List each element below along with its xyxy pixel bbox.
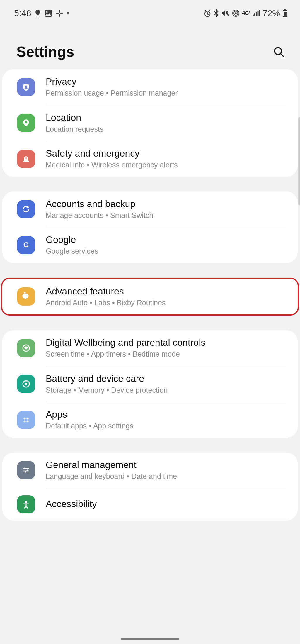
item-title: General management (46, 460, 288, 470)
item-texts: Battery and device careStorage • Memory … (46, 373, 288, 395)
google-icon (17, 236, 35, 254)
person-icon (17, 495, 35, 513)
item-subtitle: Location requests (46, 124, 288, 134)
settings-group: PrivacyPermission usage • Permission man… (2, 69, 298, 177)
item-subtitle: Google services (46, 246, 288, 256)
heart-ring-icon (17, 339, 35, 357)
status-left: 5:48 (14, 8, 69, 18)
page-title: Settings (16, 43, 74, 60)
settings-item-google[interactable]: GoogleGoogle services (2, 227, 298, 263)
settings-item-battery[interactable]: Battery and device careStorage • Memory … (2, 366, 298, 402)
item-texts: LocationLocation requests (46, 112, 288, 134)
item-texts: PrivacyPermission usage • Permission man… (46, 76, 288, 98)
item-texts: Digital Wellbeing and parental controlsS… (46, 337, 288, 359)
gallery-icon (45, 9, 52, 17)
svg-rect-12 (256, 12, 257, 16)
item-title: Google (46, 234, 288, 245)
network-type-icon: 4G+ (242, 10, 250, 16)
svg-rect-14 (259, 10, 260, 16)
hotspot-icon (232, 9, 240, 17)
item-subtitle: Language and keyboard • Date and time (46, 472, 288, 481)
svg-rect-5 (60, 13, 63, 14)
item-texts: GoogleGoogle services (46, 234, 288, 256)
scrollbar-thumb[interactable] (298, 117, 300, 205)
dots4-icon (17, 411, 35, 429)
item-subtitle: Manage accounts • Smart Switch (46, 211, 288, 220)
settings-group: Accounts and backupManage accounts • Sma… (2, 191, 298, 263)
item-subtitle: Screen time • App timers • Bedtime mode (46, 349, 288, 359)
item-subtitle: Default apps • App settings (46, 421, 288, 431)
item-texts: AppsDefault apps • App settings (46, 409, 288, 431)
pin-icon (17, 114, 35, 132)
puzzle-icon (17, 287, 35, 306)
shield-icon (17, 78, 35, 96)
alarm-icon (204, 9, 211, 17)
radar-icon (17, 375, 35, 393)
battery-percent: 72% (262, 8, 280, 18)
item-title: Apps (46, 409, 288, 420)
item-title: Location (46, 112, 288, 123)
item-title: Advanced features (46, 286, 288, 297)
search-icon (273, 46, 285, 58)
item-title: Privacy (46, 76, 288, 87)
settings-item-privacy[interactable]: PrivacyPermission usage • Permission man… (2, 69, 298, 105)
item-title: Digital Wellbeing and parental controls (46, 337, 288, 348)
settings-item-accounts[interactable]: Accounts and backupManage accounts • Sma… (2, 191, 298, 227)
svg-rect-3 (59, 14, 60, 17)
item-subtitle: Permission usage • Permission manager (46, 88, 288, 98)
item-texts: Accounts and backupManage accounts • Sma… (46, 199, 288, 220)
item-subtitle: Storage • Memory • Device protection (46, 385, 288, 395)
mute-icon (221, 9, 229, 17)
item-subtitle: Medical info • Wireless emergency alerts (46, 160, 288, 170)
siren-icon (17, 150, 35, 168)
item-texts: Accessibility (46, 499, 288, 511)
settings-item-advanced[interactable]: Advanced featuresAndroid Auto • Labs • B… (2, 279, 298, 315)
settings-item-wellbeing[interactable]: Digital Wellbeing and parental controlsS… (2, 330, 298, 366)
settings-item-location[interactable]: LocationLocation requests (2, 105, 298, 141)
svg-point-7 (235, 12, 237, 14)
search-button[interactable] (272, 45, 286, 59)
settings-item-accessibility[interactable]: Accessibility (2, 488, 298, 521)
settings-group: Digital Wellbeing and parental controlsS… (2, 330, 298, 438)
svg-rect-4 (56, 13, 59, 14)
sync-icon (17, 200, 35, 218)
home-indicator[interactable] (121, 638, 179, 640)
svg-rect-11 (254, 13, 255, 16)
item-texts: Safety and emergencyMedical info • Wirel… (46, 148, 288, 170)
svg-point-1 (46, 11, 48, 13)
item-title: Accessibility (46, 499, 288, 509)
settings-item-apps[interactable]: AppsDefault apps • App settings (2, 402, 298, 438)
status-right: 4G+ 72% (204, 8, 288, 18)
lightbulb-icon (35, 9, 41, 17)
settings-group: General managementLanguage and keyboard … (2, 453, 298, 521)
svg-rect-10 (253, 15, 254, 16)
settings-group: Advanced featuresAndroid Auto • Labs • B… (1, 278, 299, 316)
svg-rect-13 (257, 11, 258, 16)
item-title: Accounts and backup (46, 199, 288, 209)
item-title: Battery and device care (46, 373, 288, 384)
item-texts: General managementLanguage and keyboard … (46, 460, 288, 481)
notification-dot-icon (67, 12, 69, 14)
status-bar: 5:48 4G+ 72% (0, 0, 300, 20)
battery-icon (282, 9, 288, 17)
page-header: Settings (0, 20, 300, 69)
settings-item-general[interactable]: General managementLanguage and keyboard … (2, 453, 298, 488)
item-texts: Advanced featuresAndroid Auto • Labs • B… (46, 286, 288, 308)
item-subtitle: Android Auto • Labs • Bixby Routines (46, 298, 288, 308)
svg-line-19 (281, 54, 284, 57)
bluetooth-icon (214, 9, 219, 17)
signal-icon (253, 10, 260, 16)
svg-rect-17 (284, 12, 287, 16)
status-time: 5:48 (14, 8, 31, 18)
svg-rect-2 (59, 10, 60, 13)
settings-item-safety[interactable]: Safety and emergencyMedical info • Wirel… (2, 141, 298, 177)
svg-rect-16 (284, 9, 286, 10)
slack-icon (56, 9, 63, 17)
sliders-icon (17, 461, 35, 479)
item-title: Safety and emergency (46, 148, 288, 159)
